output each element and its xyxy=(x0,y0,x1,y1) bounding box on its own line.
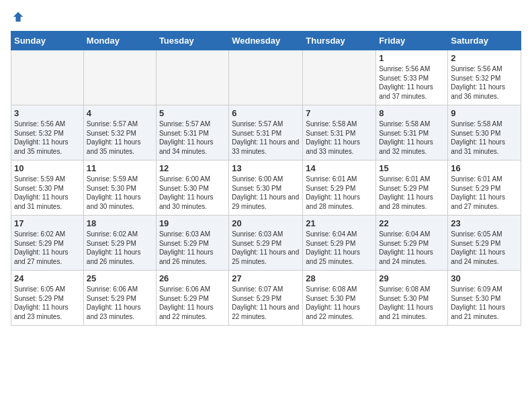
day-number: 5 xyxy=(159,108,226,118)
calendar-cell: 6Sunrise: 5:57 AMSunset: 5:31 PMDaylight… xyxy=(229,105,303,161)
logo xyxy=(11,11,24,23)
day-number: 1 xyxy=(379,53,445,63)
weekday-header-sunday: Sunday xyxy=(11,32,84,50)
calendar-cell: 13Sunrise: 6:00 AMSunset: 5:30 PMDayligh… xyxy=(229,161,303,216)
day-info: Sunrise: 6:01 AMSunset: 5:29 PMDaylight:… xyxy=(306,175,373,211)
day-number: 6 xyxy=(232,108,300,118)
calendar-cell: 26Sunrise: 6:06 AMSunset: 5:29 PMDayligh… xyxy=(156,271,228,326)
calendar-cell xyxy=(11,50,84,105)
calendar-cell: 24Sunrise: 6:05 AMSunset: 5:29 PMDayligh… xyxy=(11,271,84,326)
day-info: Sunrise: 6:02 AMSunset: 5:29 PMDaylight:… xyxy=(14,230,81,266)
day-info: Sunrise: 6:00 AMSunset: 5:30 PMDaylight:… xyxy=(232,175,300,211)
day-number: 24 xyxy=(14,273,81,283)
day-number: 30 xyxy=(451,273,518,283)
calendar-cell: 23Sunrise: 6:05 AMSunset: 5:29 PMDayligh… xyxy=(448,216,521,271)
day-number: 8 xyxy=(379,108,445,118)
day-number: 19 xyxy=(159,218,226,228)
day-number: 20 xyxy=(232,218,300,228)
day-number: 3 xyxy=(14,108,81,118)
calendar-cell: 30Sunrise: 6:09 AMSunset: 5:30 PMDayligh… xyxy=(448,271,521,326)
calendar-cell: 19Sunrise: 6:03 AMSunset: 5:29 PMDayligh… xyxy=(156,216,228,271)
calendar-cell: 21Sunrise: 6:04 AMSunset: 5:29 PMDayligh… xyxy=(303,216,376,271)
calendar-cell: 22Sunrise: 6:04 AMSunset: 5:29 PMDayligh… xyxy=(376,216,448,271)
day-info: Sunrise: 6:01 AMSunset: 5:29 PMDaylight:… xyxy=(379,175,445,211)
svg-marker-0 xyxy=(13,12,23,21)
day-number: 22 xyxy=(379,218,445,228)
day-info: Sunrise: 5:59 AMSunset: 5:30 PMDaylight:… xyxy=(14,175,81,211)
day-info: Sunrise: 6:05 AMSunset: 5:29 PMDaylight:… xyxy=(14,285,81,321)
calendar-week-row: 1Sunrise: 5:56 AMSunset: 5:33 PMDaylight… xyxy=(11,50,521,105)
calendar-cell: 28Sunrise: 6:08 AMSunset: 5:30 PMDayligh… xyxy=(303,271,376,326)
weekday-header-friday: Friday xyxy=(376,32,448,50)
calendar-week-row: 10Sunrise: 5:59 AMSunset: 5:30 PMDayligh… xyxy=(11,161,521,216)
calendar-cell: 11Sunrise: 5:59 AMSunset: 5:30 PMDayligh… xyxy=(83,161,156,216)
day-info: Sunrise: 6:09 AMSunset: 5:30 PMDaylight:… xyxy=(451,285,518,321)
day-info: Sunrise: 6:08 AMSunset: 5:30 PMDaylight:… xyxy=(306,285,373,321)
day-number: 11 xyxy=(87,163,153,173)
day-number: 23 xyxy=(451,218,518,228)
day-info: Sunrise: 6:07 AMSunset: 5:29 PMDaylight:… xyxy=(232,285,300,321)
day-number: 12 xyxy=(159,163,226,173)
calendar-cell: 25Sunrise: 6:06 AMSunset: 5:29 PMDayligh… xyxy=(83,271,156,326)
calendar-cell xyxy=(156,50,228,105)
calendar-cell: 17Sunrise: 6:02 AMSunset: 5:29 PMDayligh… xyxy=(11,216,84,271)
day-number: 25 xyxy=(87,273,153,283)
calendar-cell: 15Sunrise: 6:01 AMSunset: 5:29 PMDayligh… xyxy=(376,161,448,216)
calendar-cell: 27Sunrise: 6:07 AMSunset: 5:29 PMDayligh… xyxy=(229,271,303,326)
day-info: Sunrise: 6:06 AMSunset: 5:29 PMDaylight:… xyxy=(87,285,153,321)
day-number: 2 xyxy=(451,53,518,63)
calendar-cell: 12Sunrise: 6:00 AMSunset: 5:30 PMDayligh… xyxy=(156,161,228,216)
day-info: Sunrise: 5:57 AMSunset: 5:31 PMDaylight:… xyxy=(232,120,300,156)
day-number: 9 xyxy=(451,108,518,118)
day-number: 13 xyxy=(232,163,300,173)
calendar-cell xyxy=(229,50,303,105)
calendar-cell: 10Sunrise: 5:59 AMSunset: 5:30 PMDayligh… xyxy=(11,161,84,216)
calendar-week-row: 24Sunrise: 6:05 AMSunset: 5:29 PMDayligh… xyxy=(11,271,521,326)
day-number: 15 xyxy=(379,163,445,173)
day-info: Sunrise: 6:04 AMSunset: 5:29 PMDaylight:… xyxy=(379,230,445,266)
calendar-cell xyxy=(303,50,376,105)
day-number: 28 xyxy=(306,273,373,283)
day-info: Sunrise: 5:57 AMSunset: 5:31 PMDaylight:… xyxy=(159,120,226,156)
day-number: 4 xyxy=(87,108,153,118)
day-number: 18 xyxy=(87,218,153,228)
day-info: Sunrise: 6:04 AMSunset: 5:29 PMDaylight:… xyxy=(306,230,373,266)
calendar-cell: 14Sunrise: 6:01 AMSunset: 5:29 PMDayligh… xyxy=(303,161,376,216)
day-number: 26 xyxy=(159,273,226,283)
day-info: Sunrise: 6:03 AMSunset: 5:29 PMDaylight:… xyxy=(159,230,226,266)
day-number: 29 xyxy=(379,273,445,283)
day-info: Sunrise: 5:57 AMSunset: 5:32 PMDaylight:… xyxy=(87,120,153,156)
calendar-cell: 4Sunrise: 5:57 AMSunset: 5:32 PMDaylight… xyxy=(83,105,156,161)
calendar-cell: 9Sunrise: 5:58 AMSunset: 5:30 PMDaylight… xyxy=(448,105,521,161)
day-info: Sunrise: 5:58 AMSunset: 5:31 PMDaylight:… xyxy=(379,120,445,156)
logo-icon xyxy=(12,11,24,23)
weekday-header-monday: Monday xyxy=(83,32,156,50)
calendar-cell: 16Sunrise: 6:01 AMSunset: 5:29 PMDayligh… xyxy=(448,161,521,216)
weekday-header-saturday: Saturday xyxy=(448,32,521,50)
calendar-cell: 29Sunrise: 6:08 AMSunset: 5:30 PMDayligh… xyxy=(376,271,448,326)
day-info: Sunrise: 6:00 AMSunset: 5:30 PMDaylight:… xyxy=(159,175,226,211)
weekday-header-thursday: Thursday xyxy=(303,32,376,50)
day-number: 7 xyxy=(306,108,373,118)
day-number: 27 xyxy=(232,273,300,283)
day-info: Sunrise: 6:02 AMSunset: 5:29 PMDaylight:… xyxy=(87,230,153,266)
weekday-header-wednesday: Wednesday xyxy=(229,32,303,50)
page-header xyxy=(11,11,521,23)
calendar-cell: 2Sunrise: 5:56 AMSunset: 5:32 PMDaylight… xyxy=(448,50,521,105)
day-info: Sunrise: 5:59 AMSunset: 5:30 PMDaylight:… xyxy=(87,175,153,211)
calendar-header: SundayMondayTuesdayWednesdayThursdayFrid… xyxy=(11,32,521,50)
weekday-header-tuesday: Tuesday xyxy=(156,32,228,50)
day-number: 16 xyxy=(451,163,518,173)
day-info: Sunrise: 6:01 AMSunset: 5:29 PMDaylight:… xyxy=(451,175,518,211)
calendar-cell: 8Sunrise: 5:58 AMSunset: 5:31 PMDaylight… xyxy=(376,105,448,161)
calendar-week-row: 3Sunrise: 5:56 AMSunset: 5:32 PMDaylight… xyxy=(11,105,521,161)
day-number: 21 xyxy=(306,218,373,228)
calendar-cell: 5Sunrise: 5:57 AMSunset: 5:31 PMDaylight… xyxy=(156,105,228,161)
calendar-week-row: 17Sunrise: 6:02 AMSunset: 5:29 PMDayligh… xyxy=(11,216,521,271)
day-info: Sunrise: 5:56 AMSunset: 5:32 PMDaylight:… xyxy=(14,120,81,156)
day-info: Sunrise: 6:05 AMSunset: 5:29 PMDaylight:… xyxy=(451,230,518,266)
day-info: Sunrise: 6:08 AMSunset: 5:30 PMDaylight:… xyxy=(379,285,445,321)
calendar-table: SundayMondayTuesdayWednesdayThursdayFrid… xyxy=(11,31,521,326)
calendar-cell: 1Sunrise: 5:56 AMSunset: 5:33 PMDaylight… xyxy=(376,50,448,105)
calendar-cell: 20Sunrise: 6:03 AMSunset: 5:29 PMDayligh… xyxy=(229,216,303,271)
